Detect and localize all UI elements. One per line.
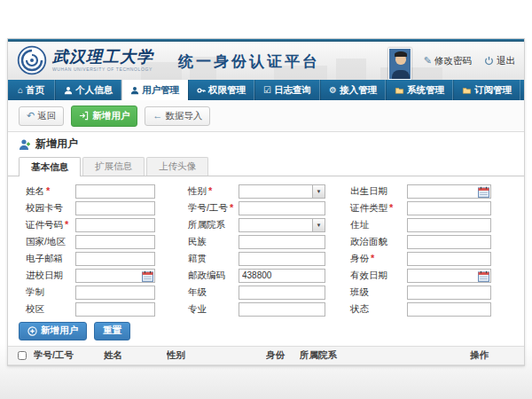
- col-department: 所属院系: [300, 349, 470, 362]
- field-label: 政治面貌: [350, 236, 387, 246]
- field-campus: 校区: [26, 302, 155, 317]
- plus-circle-icon: [27, 326, 37, 336]
- form-row: 学制 年级 班级: [8, 284, 524, 301]
- id-type-input[interactable]: [407, 201, 491, 215]
- tab-label: 上传头像: [159, 160, 196, 173]
- logout-link[interactable]: 退出: [484, 55, 515, 67]
- status-input[interactable]: [407, 302, 491, 317]
- tab-bar: 基本信息 扩展信息 上传头像: [8, 156, 524, 176]
- gender-select[interactable]: ▼: [239, 184, 325, 199]
- change-password-link[interactable]: ✎ 修改密码: [424, 55, 472, 67]
- building-silhouette: [336, 59, 366, 80]
- field-ethnicity: 民族: [188, 235, 325, 249]
- calendar-icon: [142, 270, 153, 282]
- chevron-down-icon[interactable]: ▼: [312, 219, 325, 231]
- table-body-empty: [8, 365, 524, 374]
- field-label: 专业: [188, 303, 207, 314]
- required-marker: *: [389, 202, 393, 213]
- person-icon: [130, 86, 139, 95]
- nav-item-system-management[interactable]: 系统管理: [386, 80, 453, 100]
- native-place-input[interactable]: [239, 252, 325, 266]
- student-id-input[interactable]: [239, 201, 325, 215]
- required-marker: *: [371, 253, 374, 263]
- valid-date-input[interactable]: [407, 269, 491, 283]
- field-id-number: 证件号码*: [26, 218, 155, 232]
- chevron-down-icon[interactable]: ▼: [312, 185, 325, 198]
- birth-date-input[interactable]: [407, 184, 491, 199]
- id-number-input[interactable]: [75, 218, 155, 232]
- app-header: 武汉理工大学 WUHAN UNIVERSITY OF TECHNOLOGY 统一…: [8, 42, 524, 80]
- enrollment-date-input[interactable]: [75, 269, 155, 283]
- form-actions: 新增用户 重置: [8, 319, 524, 342]
- nav-item-personal-info[interactable]: 个人信息: [55, 80, 121, 100]
- tab-upload-avatar[interactable]: 上传头像: [146, 157, 208, 176]
- avatar[interactable]: [388, 48, 411, 80]
- email-input[interactable]: [75, 252, 155, 266]
- field-id-type: 证件类型*: [350, 201, 491, 215]
- power-icon: [484, 56, 494, 66]
- identity-input[interactable]: [407, 252, 491, 266]
- folder-icon: [395, 86, 404, 95]
- class-input[interactable]: [407, 286, 491, 300]
- postal-code-input[interactable]: [239, 269, 325, 283]
- col-identity: 身份: [266, 349, 300, 362]
- required-marker: *: [208, 185, 212, 196]
- nav-item-permission-management[interactable]: 权限管理: [188, 80, 254, 100]
- field-label: 状态: [350, 303, 369, 314]
- field-valid-date: 有效日期: [350, 269, 491, 283]
- nav-item-label: 系统管理: [407, 84, 444, 97]
- address-input[interactable]: [407, 218, 491, 232]
- col-name: 姓名: [104, 349, 167, 362]
- add-user-toolbar-button[interactable]: 新增用户: [71, 106, 137, 127]
- data-import-label: 数据导入: [165, 110, 202, 122]
- form-row: 电子邮箱 籍贯 身份*: [8, 250, 524, 267]
- nav-item-access-management[interactable]: ⚙ 接入管理: [320, 80, 386, 100]
- tab-extended-info[interactable]: 扩展信息: [82, 157, 145, 176]
- table-header: 学号/工号 姓名 性别 身份 所属院系 操作: [8, 346, 524, 365]
- required-marker: *: [46, 185, 50, 196]
- select-all-checkbox[interactable]: [18, 351, 27, 360]
- field-birth-date: 出生日期: [350, 184, 491, 199]
- nav-item-label: 订阅管理: [474, 84, 512, 97]
- ethnicity-input[interactable]: [239, 235, 325, 249]
- add-user-submit-label: 新增用户: [41, 325, 78, 337]
- field-education-length: 学制: [26, 286, 155, 300]
- main-nav: ⌂ 首页 个人信息 用户管理 权限管理 ☑ 日志查询 ⚙ 接入管理: [8, 80, 524, 100]
- tab-label: 扩展信息: [95, 160, 132, 173]
- education-length-input[interactable]: [75, 286, 155, 300]
- form-row: 校园卡号 学号/工号* 证件类型*: [8, 200, 524, 216]
- nav-item-label: 权限管理: [208, 84, 246, 97]
- add-user-submit-button[interactable]: 新增用户: [19, 322, 87, 340]
- nav-item-user-management[interactable]: 用户管理: [121, 80, 188, 100]
- reset-button[interactable]: 重置: [94, 322, 130, 340]
- field-name: 姓名*: [26, 184, 155, 199]
- campus-card-input[interactable]: [75, 201, 155, 215]
- department-select[interactable]: ▼: [239, 218, 325, 232]
- back-button[interactable]: ↶ 返回: [19, 106, 64, 126]
- app-window: 武汉理工大学 WUHAN UNIVERSITY OF TECHNOLOGY 统一…: [7, 38, 525, 366]
- field-native-place: 籍贯: [188, 252, 325, 266]
- field-address: 住址: [350, 218, 491, 232]
- political-status-input[interactable]: [407, 235, 491, 249]
- name-input[interactable]: [75, 184, 155, 199]
- nav-item-label: 接入管理: [340, 84, 377, 97]
- campus-input[interactable]: [75, 302, 155, 317]
- toolbar: ↶ 返回 新增用户 ← 数据导入: [8, 100, 524, 132]
- major-input[interactable]: [239, 302, 325, 317]
- country-region-input[interactable]: [75, 235, 155, 249]
- field-identity: 身份*: [350, 252, 491, 266]
- university-name: 武汉理工大学: [52, 48, 153, 66]
- log-icon: ☑: [263, 86, 271, 95]
- nav-item-log-query[interactable]: ☑ 日志查询: [254, 80, 320, 100]
- field-label: 校区: [26, 303, 44, 314]
- field-label: 邮政编码: [188, 270, 225, 280]
- folder-icon: [462, 86, 472, 95]
- nav-item-subscription-management[interactable]: 订阅管理: [453, 80, 520, 100]
- nav-item-home[interactable]: ⌂ 首页: [8, 80, 55, 100]
- field-label: 姓名: [26, 185, 44, 196]
- required-marker: *: [230, 202, 233, 213]
- tab-basic-info[interactable]: 基本信息: [19, 157, 81, 176]
- data-import-button[interactable]: ← 数据导入: [145, 106, 210, 126]
- grade-input[interactable]: [239, 286, 325, 300]
- field-political-status: 政治面貌: [350, 235, 491, 249]
